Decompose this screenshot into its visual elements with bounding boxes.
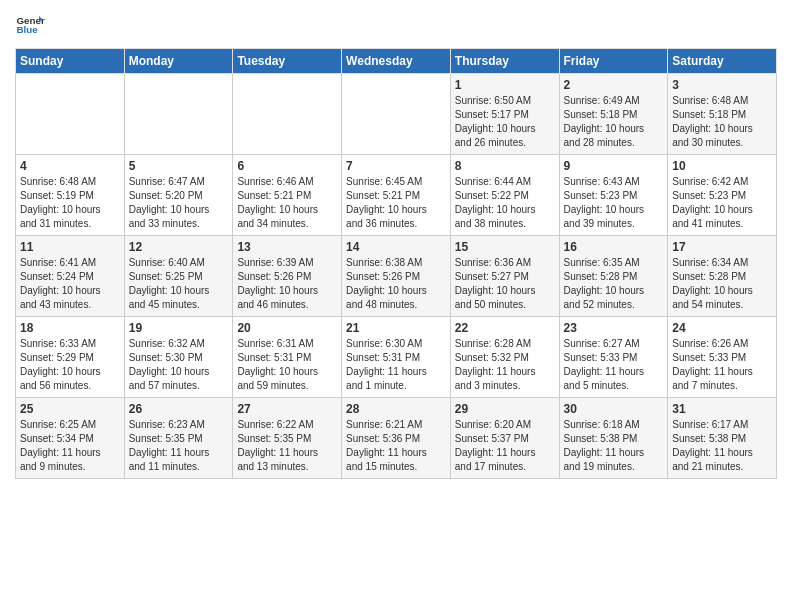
day-number: 10: [672, 159, 772, 173]
logo: General Blue: [15, 10, 49, 40]
day-header-friday: Friday: [559, 49, 668, 74]
calendar-cell: 14Sunrise: 6:38 AM Sunset: 5:26 PM Dayli…: [342, 236, 451, 317]
day-number: 18: [20, 321, 120, 335]
day-number: 29: [455, 402, 555, 416]
day-number: 3: [672, 78, 772, 92]
day-info: Sunrise: 6:25 AM Sunset: 5:34 PM Dayligh…: [20, 418, 120, 474]
day-info: Sunrise: 6:38 AM Sunset: 5:26 PM Dayligh…: [346, 256, 446, 312]
day-number: 20: [237, 321, 337, 335]
day-header-sunday: Sunday: [16, 49, 125, 74]
day-info: Sunrise: 6:35 AM Sunset: 5:28 PM Dayligh…: [564, 256, 664, 312]
day-info: Sunrise: 6:33 AM Sunset: 5:29 PM Dayligh…: [20, 337, 120, 393]
day-header-saturday: Saturday: [668, 49, 777, 74]
day-number: 7: [346, 159, 446, 173]
calendar-cell: 7Sunrise: 6:45 AM Sunset: 5:21 PM Daylig…: [342, 155, 451, 236]
calendar-cell: 26Sunrise: 6:23 AM Sunset: 5:35 PM Dayli…: [124, 398, 233, 479]
day-number: 8: [455, 159, 555, 173]
calendar-cell: 30Sunrise: 6:18 AM Sunset: 5:38 PM Dayli…: [559, 398, 668, 479]
calendar-cell: [124, 74, 233, 155]
day-info: Sunrise: 6:50 AM Sunset: 5:17 PM Dayligh…: [455, 94, 555, 150]
calendar-cell: 4Sunrise: 6:48 AM Sunset: 5:19 PM Daylig…: [16, 155, 125, 236]
day-info: Sunrise: 6:39 AM Sunset: 5:26 PM Dayligh…: [237, 256, 337, 312]
day-number: 4: [20, 159, 120, 173]
day-info: Sunrise: 6:30 AM Sunset: 5:31 PM Dayligh…: [346, 337, 446, 393]
day-info: Sunrise: 6:48 AM Sunset: 5:18 PM Dayligh…: [672, 94, 772, 150]
svg-text:Blue: Blue: [17, 24, 39, 35]
day-info: Sunrise: 6:36 AM Sunset: 5:27 PM Dayligh…: [455, 256, 555, 312]
week-row-5: 25Sunrise: 6:25 AM Sunset: 5:34 PM Dayli…: [16, 398, 777, 479]
calendar-cell: 27Sunrise: 6:22 AM Sunset: 5:35 PM Dayli…: [233, 398, 342, 479]
calendar-cell: 25Sunrise: 6:25 AM Sunset: 5:34 PM Dayli…: [16, 398, 125, 479]
day-info: Sunrise: 6:17 AM Sunset: 5:38 PM Dayligh…: [672, 418, 772, 474]
day-number: 25: [20, 402, 120, 416]
day-info: Sunrise: 6:32 AM Sunset: 5:30 PM Dayligh…: [129, 337, 229, 393]
calendar-table: SundayMondayTuesdayWednesdayThursdayFrid…: [15, 48, 777, 479]
day-info: Sunrise: 6:27 AM Sunset: 5:33 PM Dayligh…: [564, 337, 664, 393]
calendar-cell: 24Sunrise: 6:26 AM Sunset: 5:33 PM Dayli…: [668, 317, 777, 398]
day-number: 6: [237, 159, 337, 173]
calendar-cell: 11Sunrise: 6:41 AM Sunset: 5:24 PM Dayli…: [16, 236, 125, 317]
page-header: General Blue: [15, 10, 777, 40]
day-info: Sunrise: 6:28 AM Sunset: 5:32 PM Dayligh…: [455, 337, 555, 393]
day-info: Sunrise: 6:40 AM Sunset: 5:25 PM Dayligh…: [129, 256, 229, 312]
week-row-3: 11Sunrise: 6:41 AM Sunset: 5:24 PM Dayli…: [16, 236, 777, 317]
day-info: Sunrise: 6:41 AM Sunset: 5:24 PM Dayligh…: [20, 256, 120, 312]
day-header-thursday: Thursday: [450, 49, 559, 74]
calendar-cell: 1Sunrise: 6:50 AM Sunset: 5:17 PM Daylig…: [450, 74, 559, 155]
day-info: Sunrise: 6:43 AM Sunset: 5:23 PM Dayligh…: [564, 175, 664, 231]
day-info: Sunrise: 6:34 AM Sunset: 5:28 PM Dayligh…: [672, 256, 772, 312]
day-number: 27: [237, 402, 337, 416]
calendar-cell: 18Sunrise: 6:33 AM Sunset: 5:29 PM Dayli…: [16, 317, 125, 398]
day-number: 17: [672, 240, 772, 254]
day-info: Sunrise: 6:42 AM Sunset: 5:23 PM Dayligh…: [672, 175, 772, 231]
calendar-cell: 15Sunrise: 6:36 AM Sunset: 5:27 PM Dayli…: [450, 236, 559, 317]
day-info: Sunrise: 6:18 AM Sunset: 5:38 PM Dayligh…: [564, 418, 664, 474]
week-row-1: 1Sunrise: 6:50 AM Sunset: 5:17 PM Daylig…: [16, 74, 777, 155]
day-number: 2: [564, 78, 664, 92]
day-info: Sunrise: 6:26 AM Sunset: 5:33 PM Dayligh…: [672, 337, 772, 393]
calendar-cell: 6Sunrise: 6:46 AM Sunset: 5:21 PM Daylig…: [233, 155, 342, 236]
week-row-4: 18Sunrise: 6:33 AM Sunset: 5:29 PM Dayli…: [16, 317, 777, 398]
calendar-cell: 9Sunrise: 6:43 AM Sunset: 5:23 PM Daylig…: [559, 155, 668, 236]
days-header-row: SundayMondayTuesdayWednesdayThursdayFrid…: [16, 49, 777, 74]
day-info: Sunrise: 6:48 AM Sunset: 5:19 PM Dayligh…: [20, 175, 120, 231]
calendar-cell: 23Sunrise: 6:27 AM Sunset: 5:33 PM Dayli…: [559, 317, 668, 398]
day-info: Sunrise: 6:45 AM Sunset: 5:21 PM Dayligh…: [346, 175, 446, 231]
day-number: 11: [20, 240, 120, 254]
calendar-cell: 28Sunrise: 6:21 AM Sunset: 5:36 PM Dayli…: [342, 398, 451, 479]
day-info: Sunrise: 6:21 AM Sunset: 5:36 PM Dayligh…: [346, 418, 446, 474]
day-number: 14: [346, 240, 446, 254]
logo-icon: General Blue: [15, 10, 45, 40]
calendar-cell: 20Sunrise: 6:31 AM Sunset: 5:31 PM Dayli…: [233, 317, 342, 398]
day-number: 13: [237, 240, 337, 254]
day-number: 1: [455, 78, 555, 92]
day-number: 22: [455, 321, 555, 335]
calendar-cell: 16Sunrise: 6:35 AM Sunset: 5:28 PM Dayli…: [559, 236, 668, 317]
day-number: 12: [129, 240, 229, 254]
day-header-wednesday: Wednesday: [342, 49, 451, 74]
day-info: Sunrise: 6:46 AM Sunset: 5:21 PM Dayligh…: [237, 175, 337, 231]
day-info: Sunrise: 6:49 AM Sunset: 5:18 PM Dayligh…: [564, 94, 664, 150]
calendar-cell: [342, 74, 451, 155]
calendar-cell: 12Sunrise: 6:40 AM Sunset: 5:25 PM Dayli…: [124, 236, 233, 317]
day-number: 28: [346, 402, 446, 416]
calendar-cell: 5Sunrise: 6:47 AM Sunset: 5:20 PM Daylig…: [124, 155, 233, 236]
day-number: 21: [346, 321, 446, 335]
calendar-cell: 8Sunrise: 6:44 AM Sunset: 5:22 PM Daylig…: [450, 155, 559, 236]
calendar-cell: 2Sunrise: 6:49 AM Sunset: 5:18 PM Daylig…: [559, 74, 668, 155]
day-number: 31: [672, 402, 772, 416]
day-number: 24: [672, 321, 772, 335]
day-info: Sunrise: 6:31 AM Sunset: 5:31 PM Dayligh…: [237, 337, 337, 393]
week-row-2: 4Sunrise: 6:48 AM Sunset: 5:19 PM Daylig…: [16, 155, 777, 236]
calendar-cell: 3Sunrise: 6:48 AM Sunset: 5:18 PM Daylig…: [668, 74, 777, 155]
day-number: 9: [564, 159, 664, 173]
day-info: Sunrise: 6:22 AM Sunset: 5:35 PM Dayligh…: [237, 418, 337, 474]
calendar-cell: [233, 74, 342, 155]
day-number: 26: [129, 402, 229, 416]
day-info: Sunrise: 6:20 AM Sunset: 5:37 PM Dayligh…: [455, 418, 555, 474]
day-info: Sunrise: 6:44 AM Sunset: 5:22 PM Dayligh…: [455, 175, 555, 231]
day-number: 23: [564, 321, 664, 335]
day-info: Sunrise: 6:23 AM Sunset: 5:35 PM Dayligh…: [129, 418, 229, 474]
calendar-cell: [16, 74, 125, 155]
calendar-cell: 21Sunrise: 6:30 AM Sunset: 5:31 PM Dayli…: [342, 317, 451, 398]
